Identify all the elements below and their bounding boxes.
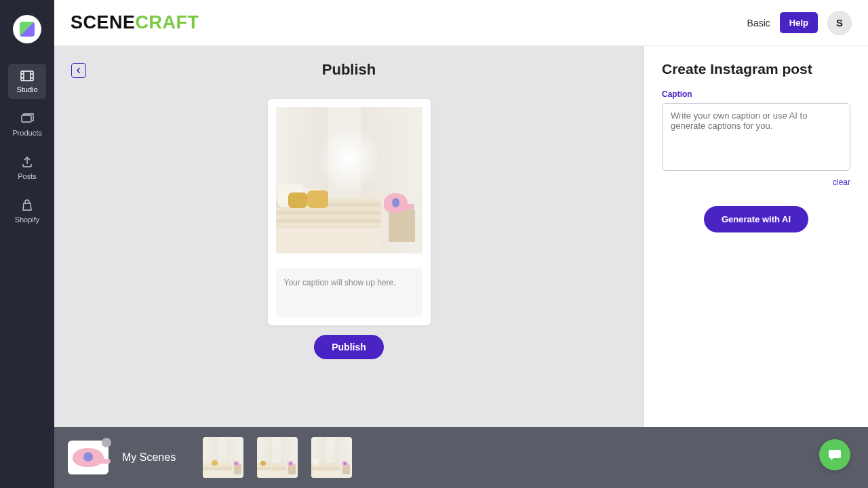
scene-thumb-1[interactable] [203, 437, 243, 478]
preview-title: Publish [69, 61, 629, 79]
chat-fab[interactable] [819, 439, 850, 470]
avatar[interactable]: S [827, 11, 852, 35]
post-preview-card: Your caption will show up here. [268, 99, 431, 325]
bag-icon [21, 199, 33, 213]
scenes-label: My Scenes [122, 451, 176, 464]
nav-shopify[interactable]: Shopify [8, 192, 46, 229]
main-column: SCENECRAFT Basic Help S Publish [54, 0, 868, 488]
create-post-panel: Create Instagram post Caption clear Gene… [644, 46, 868, 427]
brand-part2: CRAFT [136, 12, 199, 33]
clear-link[interactable]: clear [662, 178, 850, 187]
brand-wordmark: SCENECRAFT [71, 12, 199, 33]
layers-icon [20, 113, 34, 126]
scene-thumb-3[interactable] [311, 437, 352, 478]
panel-title: Create Instagram post [662, 61, 850, 77]
header-right: Basic Help S [747, 11, 852, 35]
publish-button[interactable]: Publish [314, 335, 384, 359]
scenes-bar: My Scenes [54, 427, 868, 488]
svg-rect-0 [21, 71, 33, 81]
app-logo[interactable] [13, 15, 41, 43]
plan-label: Basic [747, 18, 770, 28]
close-icon[interactable] [102, 438, 111, 447]
upload-icon [21, 156, 33, 169]
app-root: Studio Products Posts Shopify SCENECRAF [0, 0, 868, 488]
nav-posts[interactable]: Posts [8, 149, 46, 186]
generate-ai-button[interactable]: Generate with AI [704, 206, 808, 232]
back-button[interactable] [71, 63, 86, 78]
product-chip[interactable] [68, 441, 108, 474]
chevron-left-icon [75, 67, 82, 74]
help-button[interactable]: Help [780, 12, 818, 33]
nav-label: Posts [18, 172, 37, 180]
product-cap-in-scene [384, 193, 408, 212]
sidebar: Studio Products Posts Shopify [0, 0, 54, 488]
post-image [276, 107, 422, 253]
brand-part1: SCENE [71, 12, 136, 33]
nav-label: Products [12, 129, 41, 137]
film-icon [20, 70, 34, 83]
nav-studio[interactable]: Studio [8, 64, 46, 99]
chat-icon [827, 447, 842, 462]
svg-rect-1 [22, 115, 31, 122]
caption-input[interactable] [662, 103, 850, 171]
preview-area: Publish [54, 46, 644, 427]
content-row: Publish [54, 46, 868, 427]
cube-icon [20, 22, 35, 37]
caption-label: Caption [662, 89, 850, 99]
caption-preview: Your caption will show up here. [276, 268, 422, 317]
header: SCENECRAFT Basic Help S [54, 0, 868, 46]
nav-label: Shopify [15, 216, 40, 224]
nav-products[interactable]: Products [8, 106, 46, 142]
nav-label: Studio [16, 85, 37, 94]
scene-thumb-2[interactable] [257, 437, 298, 478]
cap-icon [73, 448, 104, 467]
